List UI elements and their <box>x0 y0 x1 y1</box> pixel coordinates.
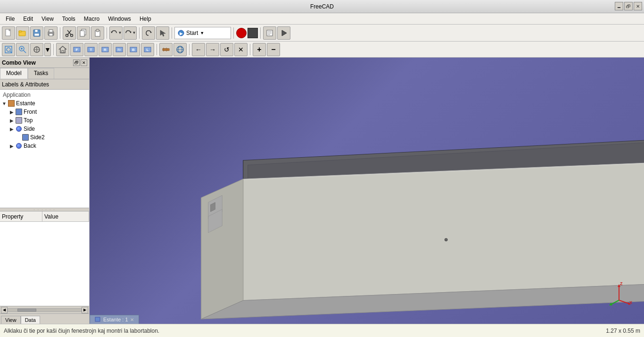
zoom-all-button[interactable] <box>2 43 15 56</box>
svg-marker-28 <box>282 30 287 36</box>
stop-macro-button[interactable] <box>248 28 258 38</box>
bottom-view-button[interactable]: B <box>127 43 140 56</box>
svg-line-34 <box>24 51 26 53</box>
maximize-button[interactable]: 🗗 <box>624 2 633 10</box>
nav-forward-button[interactable]: → <box>206 43 219 56</box>
front-label: Front <box>24 109 37 115</box>
cut-button[interactable] <box>63 26 76 40</box>
draw-style-arrow[interactable]: ▼ <box>44 43 51 56</box>
separator-6 <box>260 27 261 39</box>
record-macro-button[interactable] <box>236 28 247 38</box>
viewport-tab-close[interactable]: ✕ <box>130 317 134 322</box>
copy-button[interactable] <box>77 26 90 40</box>
menu-edit[interactable]: Edit <box>19 15 37 23</box>
separator-v2 <box>157 44 157 55</box>
front-expand-arrow[interactable]: ▶ <box>8 109 15 115</box>
menu-windows[interactable]: Windows <box>104 15 135 23</box>
nav-stop-button[interactable]: ✕ <box>234 43 248 56</box>
separator-5 <box>233 27 234 39</box>
nav-back-button[interactable]: ← <box>192 43 205 56</box>
save-all-button[interactable] <box>30 26 43 40</box>
undo-button[interactable]: ▼ <box>109 26 123 40</box>
svg-marker-21 <box>160 30 165 36</box>
nav-refresh-button[interactable]: ↺ <box>220 43 233 56</box>
viewport-tab-estante[interactable]: Estante : 1 ✕ <box>90 315 139 324</box>
refresh-button[interactable] <box>142 26 155 40</box>
zoom-out-button[interactable]: − <box>267 43 280 56</box>
zoom-in-button[interactable]: + <box>253 43 266 56</box>
top-expand-arrow[interactable]: ▶ <box>8 117 15 124</box>
home-view-button[interactable] <box>56 43 69 56</box>
tree-item-front[interactable]: ▶ Front <box>1 108 88 116</box>
tree-item-side[interactable]: ▶ Side <box>1 125 88 133</box>
front-view-button[interactable]: F <box>70 43 83 56</box>
pointer-button[interactable] <box>156 26 169 40</box>
tree-item-estante[interactable]: ▼ Estante <box>1 99 88 108</box>
side-expand-arrow[interactable]: ▶ <box>8 126 15 132</box>
scroll-left-button[interactable]: ◀ <box>1 307 8 313</box>
combo-close-button[interactable]: ✕ <box>81 59 87 66</box>
right-view-button[interactable]: R <box>99 43 112 56</box>
workbench-label: Start <box>186 30 198 36</box>
combo-restore-button[interactable]: 🗗 <box>73 59 80 66</box>
sidebar-scrollbar[interactable]: ◀ ▶ <box>0 306 89 313</box>
left-view-button[interactable]: L <box>141 43 154 56</box>
paste-button[interactable] <box>91 26 104 40</box>
menu-file[interactable]: File <box>2 15 18 23</box>
tree-item-top[interactable]: ▶ Top <box>1 116 88 125</box>
workbench-selector[interactable]: ▶ Start ▼ <box>174 27 231 39</box>
value-col-header: Value <box>42 211 89 221</box>
new-button[interactable] <box>2 26 15 40</box>
svg-marker-40 <box>59 46 66 53</box>
tree-item-side2[interactable]: ▶ Side2 <box>1 133 88 142</box>
svg-point-33 <box>21 48 23 50</box>
svg-rect-15 <box>80 31 84 36</box>
scrollbar-track[interactable] <box>8 308 82 312</box>
svg-marker-18 <box>111 32 113 33</box>
script-button[interactable] <box>263 26 276 40</box>
shelf-3d-model <box>90 58 644 324</box>
combo-view-controls[interactable]: 🗗 ✕ <box>73 59 87 66</box>
window-controls[interactable]: 🗕 🗗 ✕ <box>615 2 642 10</box>
3d-viewport[interactable]: Z X Estante : 1 ✕ <box>90 58 644 324</box>
model-tree[interactable]: Application ▼ Estante ▶ Front ▶ <box>0 90 89 208</box>
redo-button[interactable]: ▼ <box>124 26 137 40</box>
back-expand-arrow[interactable]: ▶ <box>8 143 15 149</box>
svg-point-77 <box>445 238 447 241</box>
svg-marker-67 <box>243 160 644 301</box>
draw-style-button[interactable] <box>30 43 43 56</box>
sidebar-resize-handle[interactable]: · · · · · · <box>0 208 89 211</box>
rear-view-button[interactable]: Rr <box>113 43 126 56</box>
scroll-right-button[interactable]: ▶ <box>82 307 88 313</box>
top-view-button[interactable]: T <box>84 43 98 56</box>
globe-button[interactable] <box>173 43 187 56</box>
property-header: Property Value <box>0 211 89 222</box>
svg-rect-3 <box>19 31 22 32</box>
bottom-tab-data[interactable]: Data <box>21 316 40 324</box>
print-button[interactable] <box>44 26 58 40</box>
play-button[interactable] <box>277 26 290 40</box>
zoom-selection-button[interactable] <box>16 43 29 56</box>
minimize-button[interactable]: 🗕 <box>615 2 623 10</box>
menu-view[interactable]: View <box>38 15 58 23</box>
svg-rect-8 <box>49 30 53 32</box>
close-button[interactable]: ✕ <box>634 2 642 10</box>
scrollbar-thumb[interactable] <box>17 309 36 312</box>
menu-help[interactable]: Help <box>136 15 155 23</box>
measure-button[interactable] <box>159 43 173 56</box>
svg-rect-86 <box>95 317 100 321</box>
tree-item-back[interactable]: ▶ Back <box>1 142 88 150</box>
top-icon <box>15 117 23 124</box>
menu-macro[interactable]: Macro <box>80 15 103 23</box>
tab-tasks[interactable]: Tasks <box>28 68 55 79</box>
bottom-tab-view[interactable]: View <box>1 316 21 324</box>
menu-tools[interactable]: Tools <box>58 15 79 23</box>
estante-expand-arrow[interactable]: ▼ <box>1 100 8 107</box>
main-area: Combo View 🗗 ✕ Model Tasks Labels & Attr… <box>0 58 644 324</box>
svg-text:R: R <box>104 48 107 52</box>
labels-attributes-label: Labels & Attributes <box>2 81 49 88</box>
tab-model[interactable]: Model <box>0 68 28 79</box>
open-button[interactable] <box>16 26 29 40</box>
side2-label: Side2 <box>30 134 45 141</box>
status-message: Alklaku ĉi tie por kaŝi ĉiujn fenestrojn… <box>4 328 159 334</box>
